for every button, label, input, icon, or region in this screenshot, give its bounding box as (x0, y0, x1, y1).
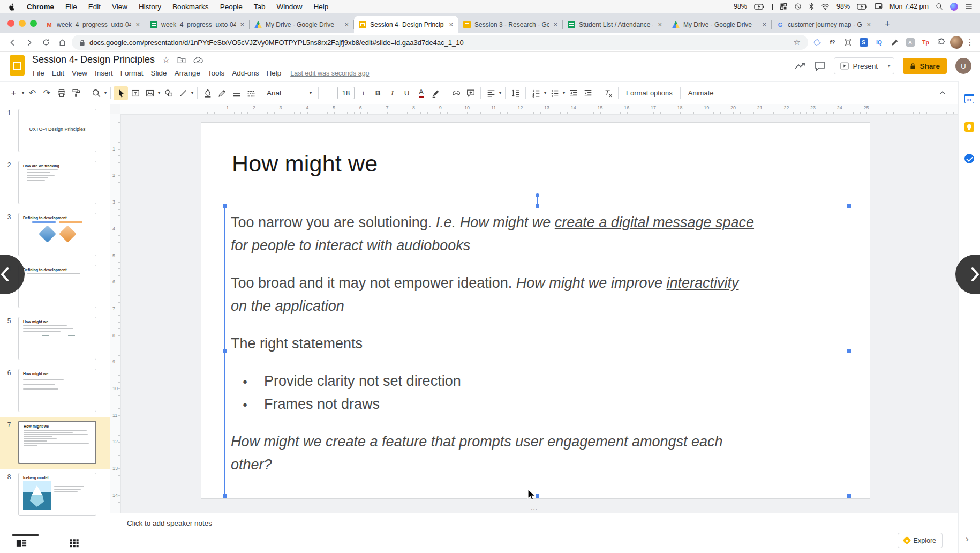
border-dash-button[interactable] (244, 86, 258, 100)
keep-icon[interactable] (964, 122, 974, 132)
ext-s-icon[interactable]: S (857, 36, 870, 49)
new-tab-button[interactable]: + (879, 17, 895, 32)
speaker-notes-panel[interactable]: ⋯ Click to add speaker notes Explore (110, 513, 959, 553)
notes-resize-handle[interactable]: ⋯ (531, 505, 538, 513)
bluetooth-icon[interactable] (809, 3, 814, 10)
window-close-button[interactable] (7, 20, 14, 27)
insert-line-button[interactable] (176, 86, 190, 100)
highlight-color-button[interactable] (428, 86, 443, 100)
resize-handle-e[interactable] (847, 349, 851, 353)
filmstrip-row[interactable]: 1 UXTO-4 Design Principles (0, 105, 110, 157)
border-weight-button[interactable] (229, 86, 244, 100)
zoom-caret-icon[interactable]: ▾ (103, 91, 108, 95)
numbered-list-caret-icon[interactable]: ▾ (543, 91, 547, 95)
ext-tp-icon[interactable]: Tp (919, 36, 932, 49)
resize-handle-sw[interactable] (223, 494, 227, 498)
print-button[interactable] (54, 86, 69, 100)
insert-shape-button[interactable] (161, 86, 176, 100)
ext-frame-icon[interactable] (841, 36, 855, 49)
browser-tab[interactable]: My Drive - Google Drive × (250, 16, 354, 33)
ext-diamond-icon[interactable] (810, 36, 824, 49)
tab-close-icon[interactable]: × (866, 20, 871, 28)
slide-thumbnail-1[interactable]: UXTO-4 Design Principles (18, 109, 96, 152)
fill-color-button[interactable] (200, 86, 215, 100)
hide-menus-chevron-icon[interactable] (938, 88, 947, 97)
slide-page[interactable]: How might we Too narrow you are solution… (201, 122, 870, 499)
resize-handle-ne[interactable] (847, 204, 851, 208)
menu-slide[interactable]: Slide (147, 68, 171, 79)
font-size-increase-button[interactable]: + (356, 86, 371, 100)
browser-tab[interactable]: Student List / Attendance - × (563, 16, 667, 33)
zoom-button[interactable] (89, 86, 103, 100)
forward-icon[interactable] (22, 35, 36, 50)
menu-view[interactable]: View (68, 68, 91, 79)
share-button[interactable]: Share (903, 58, 947, 74)
tasks-icon[interactable] (964, 154, 974, 163)
border-color-button[interactable] (215, 86, 229, 100)
filmstrip-row[interactable]: 5 How might we (0, 313, 110, 365)
profile-avatar[interactable] (950, 36, 963, 49)
menu-tools[interactable]: Tools (204, 68, 229, 79)
menubar-clock[interactable]: Mon 7:42 pm (889, 3, 929, 10)
menubar-item-bookmarks[interactable]: Bookmarks (172, 3, 209, 11)
text-box-button[interactable] (128, 86, 142, 100)
filmstrip-row[interactable]: 3 Defining to development (0, 209, 110, 261)
bookmark-star-icon[interactable]: ☆ (794, 38, 801, 47)
url-text[interactable]: docs.google.com/presentation/d/1nPYtFeSt… (89, 39, 789, 47)
bulleted-list-caret-icon[interactable]: ▾ (562, 91, 566, 95)
bulleted-list-button[interactable] (547, 86, 562, 100)
ext-iq-icon[interactable]: IQ (872, 36, 886, 49)
rotation-handle[interactable] (536, 193, 539, 197)
menubar-item-help[interactable]: Help (313, 3, 328, 11)
tab-close-icon[interactable]: × (448, 20, 454, 28)
grid-view-icon[interactable] (70, 539, 79, 548)
present-button[interactable]: Present (834, 62, 884, 70)
font-family-select[interactable]: Arial ▾ (264, 89, 315, 97)
line-spacing-button[interactable] (508, 86, 523, 100)
slide-thumbnail-6[interactable]: How might we (18, 369, 96, 412)
tab-close-icon[interactable]: × (553, 20, 558, 28)
image-caret-icon[interactable]: ▾ (157, 91, 161, 95)
siri-icon[interactable] (950, 3, 958, 11)
speaker-notes-placeholder[interactable]: Click to add speaker notes (127, 519, 212, 527)
menubar-item-tab[interactable]: Tab (254, 3, 266, 11)
omnibox[interactable]: docs.google.com/presentation/d/1nPYtFeSt… (72, 35, 808, 50)
menubar-item-window[interactable]: Window (276, 3, 302, 11)
menubar-item-people[interactable]: People (220, 3, 243, 11)
filmstrip-row[interactable]: 2 How are we tracking (0, 157, 110, 209)
filmstrip-row-selected[interactable]: 7 How might we (0, 417, 110, 469)
italic-button[interactable]: I (385, 86, 399, 100)
font-size-decrease-button[interactable]: − (321, 86, 336, 100)
insert-image-button[interactable] (142, 86, 157, 100)
slide-body-text[interactable]: Too narrow you are solutioning. I.e. How… (225, 206, 849, 476)
app-grid-icon[interactable] (780, 3, 787, 10)
comments-icon[interactable] (815, 61, 825, 71)
filmstrip-row[interactable]: 6 How might we (0, 365, 110, 417)
back-icon[interactable] (5, 35, 20, 50)
account-avatar[interactable]: U (955, 58, 971, 74)
align-button[interactable] (484, 86, 498, 100)
decrease-indent-button[interactable] (566, 86, 581, 100)
resize-handle-n[interactable] (536, 204, 539, 208)
add-slide-caret-icon[interactable]: ▾ (21, 91, 25, 95)
document-title[interactable]: Session 4- Design Principles (32, 54, 155, 65)
window-minimize-button[interactable] (19, 20, 26, 27)
tab-close-icon[interactable]: × (135, 20, 140, 28)
explore-button[interactable]: Explore (898, 533, 943, 548)
ext-fq-icon[interactable]: f? (826, 36, 839, 49)
menu-arrange[interactable]: Arrange (171, 68, 204, 79)
resize-handle-nw[interactable] (223, 204, 227, 208)
add-slide-button[interactable]: + (6, 86, 21, 100)
redo-button[interactable]: ↷ (40, 86, 54, 100)
calendar-icon[interactable]: 31 (964, 94, 974, 103)
paint-format-button[interactable] (69, 86, 83, 100)
insert-link-button[interactable] (449, 86, 463, 100)
font-size-input[interactable]: 18 (337, 87, 355, 99)
filmstrip-scrollbar[interactable] (12, 534, 39, 536)
line-caret-icon[interactable]: ▾ (190, 91, 194, 95)
underline-button[interactable]: U (399, 86, 414, 100)
lock-icon[interactable] (79, 39, 85, 46)
menu-file[interactable]: File (29, 68, 48, 79)
slide-thumbnail-7[interactable]: How might we (18, 421, 96, 464)
select-tool-button[interactable] (114, 86, 128, 100)
